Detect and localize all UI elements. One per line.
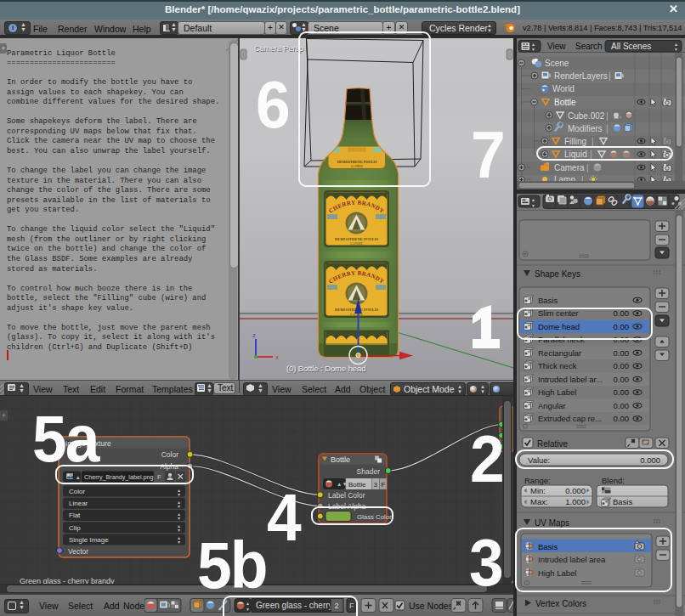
svg-text:0.00: 0.00 <box>614 361 630 370</box>
svg-text:Camera Persp: Camera Persp <box>254 44 303 53</box>
svg-text:UV Maps: UV Maps <box>535 518 569 528</box>
svg-text:0.00: 0.00 <box>614 375 630 384</box>
svg-text:1.000: 1.000 <box>565 497 586 506</box>
svg-text:▼: ▼ <box>674 47 678 52</box>
svg-text:▼: ▼ <box>177 528 181 533</box>
svg-text:|: | <box>609 71 611 81</box>
svg-text:Basis: Basis <box>613 497 632 506</box>
svg-text:|: | <box>586 163 589 172</box>
svg-text:3: 3 <box>374 481 378 489</box>
svg-text:Clip: Clip <box>69 524 81 532</box>
svg-text:Range:: Range: <box>524 476 551 485</box>
svg-text:0.00: 0.00 <box>614 387 630 397</box>
svg-text:Flat: Flat <box>69 511 81 519</box>
svg-text:Extruded cap re...: Extruded cap re... <box>538 414 602 423</box>
svg-text:Min:: Min: <box>530 486 546 495</box>
svg-text:▼: ▼ <box>177 540 181 545</box>
svg-text:Bottle: Bottle <box>554 98 576 107</box>
svg-text:Relative: Relative <box>537 439 569 449</box>
svg-text:Modifiers: Modifiers <box>568 124 603 133</box>
svg-text:▼: ▼ <box>177 504 181 509</box>
svg-text:Basis: Basis <box>538 296 558 305</box>
svg-text:▼: ▼ <box>531 47 535 52</box>
svg-text:Max:: Max: <box>530 497 548 506</box>
svg-text:World: World <box>552 84 575 93</box>
svg-text:Vertex Colors: Vertex Colors <box>535 599 586 608</box>
svg-text:Angular: Angular <box>538 401 566 410</box>
svg-text:0.00: 0.00 <box>614 401 630 410</box>
svg-text:|: | <box>606 111 609 121</box>
svg-text:View: View <box>547 42 566 51</box>
svg-text:Search: Search <box>575 42 603 51</box>
svg-text:▲: ▲ <box>531 197 535 202</box>
svg-text:Rectangular: Rectangular <box>538 348 581 358</box>
svg-text:F: F <box>382 481 386 489</box>
svg-text:▼: ▼ <box>531 203 535 208</box>
svg-text:0.00: 0.00 <box>614 414 630 423</box>
svg-text:Scene: Scene <box>545 59 569 68</box>
svg-text:Blend:: Blend: <box>602 476 625 485</box>
svg-text:Color: Color <box>161 450 178 459</box>
svg-text:Bottle: Bottle <box>331 455 350 464</box>
svg-text:Filling: Filling <box>564 137 586 146</box>
svg-text:▼: ▼ <box>177 516 181 521</box>
svg-text:Linear: Linear <box>69 500 88 507</box>
svg-text:Shader: Shader <box>357 467 381 476</box>
svg-text:Camera: Camera <box>554 163 585 172</box>
svg-text:Vector: Vector <box>68 547 88 556</box>
svg-text:Single Image: Single Image <box>69 536 109 544</box>
svg-text:High Label: High Label <box>538 387 576 397</box>
svg-text:0.00: 0.00 <box>614 348 630 358</box>
svg-text:Thick neck: Thick neck <box>538 361 577 370</box>
svg-text:Shape Keys: Shape Keys <box>535 269 580 279</box>
svg-text:▼: ▼ <box>177 492 181 497</box>
svg-text:|: | <box>592 137 594 146</box>
svg-text:0.000: 0.000 <box>565 486 586 495</box>
svg-text:Cube.002: Cube.002 <box>568 111 605 121</box>
svg-text:Label Color: Label Color <box>328 491 365 500</box>
svg-text:Intruded label ar...: Intruded label ar... <box>538 375 603 384</box>
svg-text:(0) Bottle : Dome head: (0) Bottle : Dome head <box>286 364 365 373</box>
svg-text:z: z <box>252 331 256 339</box>
svg-text:Color: Color <box>69 488 85 495</box>
svg-text:RenderLayers: RenderLayers <box>554 71 608 81</box>
svg-text:All Scenes: All Scenes <box>611 42 651 51</box>
svg-text:Bottle: Bottle <box>348 481 366 489</box>
svg-text:▲▼: ▲▼ <box>337 481 348 487</box>
svg-text:|: | <box>606 124 609 133</box>
svg-text:x: x <box>275 353 279 361</box>
svg-text:Use Nodes: Use Nodes <box>409 601 453 611</box>
